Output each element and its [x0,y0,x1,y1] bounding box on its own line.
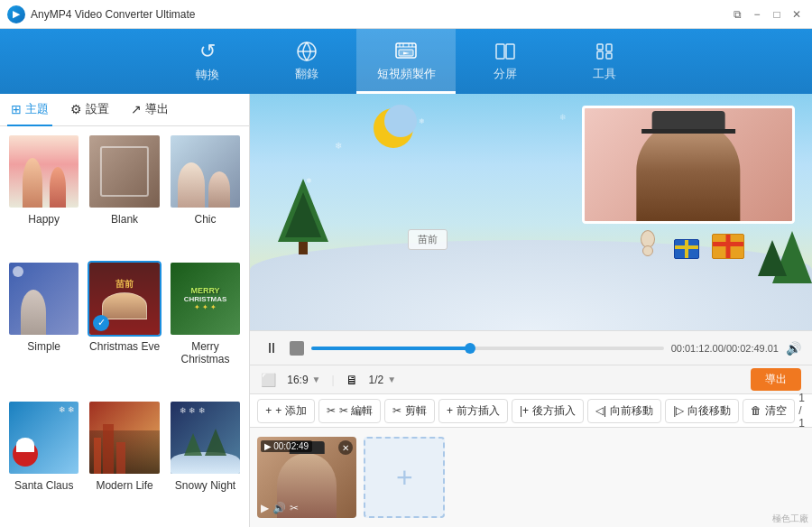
nav-tools[interactable]: 工具 [555,29,654,94]
page-count: 1 / 1 [798,392,805,430]
left-panel: ⊞ 主題 ⚙ 設置 ↗ 導出 [0,94,250,527]
insert-before-icon: + [447,404,453,417]
tab-export[interactable]: ↗ 導出 [127,94,172,126]
convert-icon: ↺ [199,40,216,63]
pause-button[interactable]: ⏸ [261,337,282,359]
trim-button[interactable]: ✂ 剪輯 [384,399,435,423]
theme-blank[interactable]: Blank [88,134,161,254]
move-forward-icon: |▷ [673,404,684,417]
move-back-button[interactable]: ◁| 向前移動 [587,399,661,423]
insert-after-button[interactable]: |+ 後方插入 [512,399,584,423]
snowflake-4: ❄ [559,113,567,122]
right-panel: ❄ ❄ ❄ ❄ ❄ ❄ [250,94,812,527]
tab-settings-label: 設置 [86,101,109,117]
clip-play-icon[interactable]: ▶ [261,502,269,514]
app-title: AnyMP4 Video Converter Ultimate [31,8,196,21]
theme-christmas-eve[interactable]: 苗前 ✓ Christmas Eve [88,261,161,393]
move-forward-button[interactable]: |▷ 向後移動 [665,399,739,423]
theme-simple[interactable]: Simple [7,261,80,393]
tools-icon [594,41,615,62]
monitor-icon: 🖥 [346,373,358,387]
restore-button[interactable]: ⧉ [729,6,745,23]
aspect-ratio-dropdown-arrow: ▼ [312,374,321,384]
nav-split-screen-label: 分屏 [494,66,517,82]
playback-bar: ⏸ 00:01:12.00/00:02:49.01 🔊 [250,330,812,365]
snowman-figure [641,230,655,259]
move-back-icon: ◁| [595,404,606,417]
tab-export-label: 導出 [145,101,169,117]
add-button[interactable]: + + 添加 [257,399,314,423]
nav-convert[interactable]: ↺ 轉換 [158,29,257,94]
add-clip-button[interactable]: + [364,437,445,518]
theme-chic-label: Chic [195,213,217,226]
clip-edit-icon[interactable]: ✂ [290,502,299,514]
theme-happy[interactable]: Happy [7,134,80,254]
theme-santa-claus[interactable]: ❄ ❄ Santa Claus [7,400,80,520]
theme-christmas-eve-label: Christmas Eve [89,340,160,353]
clip-audio-icon[interactable]: 🔊 [272,502,286,514]
tree-left [278,179,328,254]
progress-fill [311,347,470,350]
clear-button[interactable]: 🗑 清空 [743,399,795,423]
gift-box-1 [712,234,744,259]
split-screen-icon [494,41,516,62]
aspect-ratio-icon: ⬜ [261,373,276,387]
theme-happy-label: Happy [28,213,60,226]
volume-icon[interactable]: 🔊 [786,341,801,356]
theme-merry-christmas[interactable]: MERRY CHRISTMAS ✦ ✦ ✦ Merry Christmas [169,261,242,393]
theme-snowy-night[interactable]: ❄ ❄ ❄ Snowy Night [169,400,242,520]
clip-duration: ▶ 00:02:49 [261,440,312,452]
progress-dot [465,343,475,354]
svg-rect-5 [597,51,603,59]
video-icon: ▶ [264,441,272,451]
export-tab-icon: ↗ [131,102,142,116]
stop-button[interactable] [290,341,304,356]
text-overlay: 苗前 [408,229,448,250]
insert-after-icon: |+ [520,404,529,417]
nav-short-video[interactable]: 短視頻製作 [356,29,456,94]
trim-icon: ✂ [392,404,401,417]
insert-before-button[interactable]: + 前方插入 [438,399,508,423]
nav-split-screen[interactable]: 分屏 [456,29,555,94]
export-button[interactable]: 導出 [751,368,801,391]
moon [374,108,417,152]
theme-chic[interactable]: Chic [169,134,242,254]
trash-icon: 🗑 [751,404,761,417]
tab-theme[interactable]: ⊞ 主題 [7,94,52,126]
tab-theme-label: 主題 [25,101,49,117]
theme-santa-claus-label: Santa Claus [14,479,73,492]
translate-icon [296,41,318,62]
theme-merry-christmas-label: Merry Christmas [169,340,242,365]
timeline-clip-1[interactable]: ▶ 00:02:49 ✕ ▶ 🔊 ✂ [257,437,356,518]
edit-button[interactable]: ✂ ✂ 編輯 [318,399,381,423]
svg-rect-8 [606,53,612,59]
progress-bar[interactable] [311,347,663,350]
action-bar: + + 添加 ✂ ✂ 編輯 ✂ 剪輯 + 前方插入 |+ 後方插入 ◁| 向前移… [250,393,812,428]
preview-area: ❄ ❄ ❄ ❄ ❄ ❄ [250,94,812,330]
title-bar: ▶ AnyMP4 Video Converter Ultimate ⧉ − □ … [0,0,812,29]
gift-box-2 [674,239,699,259]
nav-translate[interactable]: 翻錄 [257,29,356,94]
svg-rect-6 [597,44,603,50]
snowflake-2: ❄ [335,141,342,151]
theme-modern-life[interactable]: Modern Life [88,400,161,520]
timeline: ▶ 00:02:49 ✕ ▶ 🔊 ✂ + [250,428,812,527]
watermark: 極色工廠 [772,513,808,525]
close-button[interactable]: ✕ [789,6,805,23]
page-select[interactable]: 1/2 ▼ [369,374,397,386]
add-icon: + [265,404,272,417]
minimize-button[interactable]: − [749,6,765,23]
maximize-button[interactable]: □ [769,6,785,23]
aspect-ratio-select[interactable]: 16:9 ▼ [287,374,320,386]
photo-box [582,106,796,224]
svg-rect-7 [606,44,612,51]
theme-grid: Happy Blank [0,126,249,527]
theme-simple-label: Simple [27,340,60,353]
short-video-icon [394,39,418,62]
tab-bar: ⊞ 主題 ⚙ 設置 ↗ 導出 [0,94,249,126]
theme-blank-label: Blank [111,213,138,226]
svg-rect-4 [506,44,514,59]
app-logo: ▶ [7,5,25,23]
tab-settings[interactable]: ⚙ 設置 [67,94,113,126]
nav-translate-label: 翻錄 [295,66,318,82]
